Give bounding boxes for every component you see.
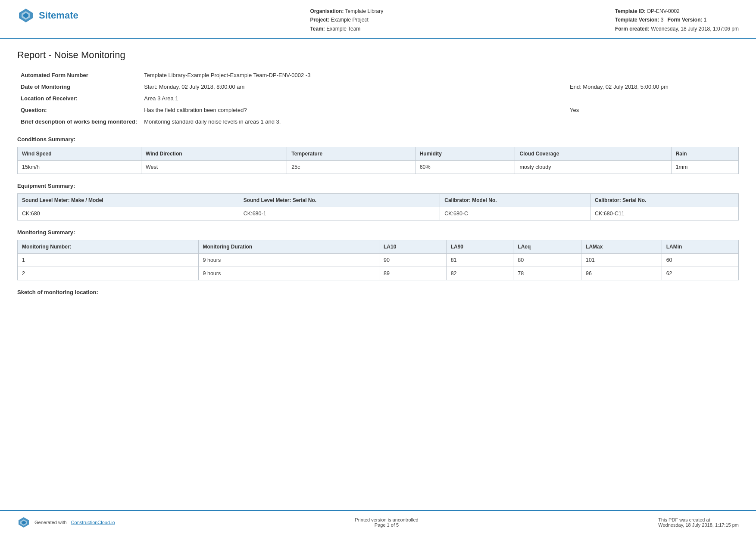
header-right: Template ID: DP-ENV-0002 Template Versio… [615, 7, 739, 33]
table-row: 29 hours8982789662 [18, 267, 739, 280]
conditions-th-2: Temperature [287, 147, 415, 161]
equipment-th-2: Calibrator: Model No. [440, 194, 590, 207]
conditions-th-1: Wind Direction [141, 147, 287, 161]
table-row: 15km/hWest25c60%mosty cloudy1mm [18, 161, 739, 174]
date-monitoring-end: End: Monday, 02 July 2018, 5:00:00 pm [566, 81, 739, 93]
info-table: Automated Form Number Template Library-E… [17, 69, 739, 127]
sketch-title: Sketch of monitoring location: [17, 289, 739, 295]
form-version-label: Form Version: [668, 17, 703, 23]
main-content: Report - Noise Monitoring Automated Form… [0, 39, 756, 343]
monitoring-title: Monitoring Summary: [17, 229, 739, 236]
equipment-header-row: Sound Level Meter: Make / Model Sound Le… [18, 194, 739, 207]
question-value: Has the field calibration been completed… [141, 104, 313, 116]
equipment-th-0: Sound Level Meter: Make / Model [18, 194, 239, 207]
location-value: Area 3 Area 1 [141, 93, 739, 104]
template-id-value: DP-ENV-0002 [647, 8, 679, 14]
monitoring-th-5: LAMax [581, 240, 662, 254]
conditions-table: Wind Speed Wind Direction Temperature Hu… [17, 147, 739, 174]
monitoring-th-4: LAeq [513, 240, 581, 254]
monitoring-table: Monitoring Number: Monitoring Duration L… [17, 240, 739, 280]
sitemate-logo-icon [17, 7, 34, 24]
monitoring-th-2: LA10 [379, 240, 447, 254]
template-version-label: Template Version: [615, 17, 659, 23]
conditions-header-row: Wind Speed Wind Direction Temperature Hu… [18, 147, 739, 161]
team-label: Team: [310, 26, 325, 32]
question-label: Question: [17, 104, 141, 116]
team-value: Example Team [326, 26, 360, 32]
org-label: Organisation: [310, 8, 344, 14]
equipment-th-3: Calibrator: Serial No. [590, 194, 739, 207]
brief-desc-row: Brief description of works being monitor… [17, 116, 739, 127]
brief-desc-value: Monitoring standard daily noise levels i… [141, 116, 739, 127]
monitoring-th-3: LA90 [446, 240, 513, 254]
template-version-value: 3 [661, 17, 664, 23]
conditions-th-4: Cloud Coverage [515, 147, 671, 161]
conditions-title: Conditions Summary: [17, 136, 739, 143]
conditions-th-3: Humidity [415, 147, 515, 161]
form-version-value: 1 [704, 17, 707, 23]
date-monitoring-row: Date of Monitoring Start: Monday, 02 Jul… [17, 81, 739, 93]
question-row: Question: Has the field calibration been… [17, 104, 739, 116]
monitoring-th-1: Monitoring Duration [198, 240, 379, 254]
date-monitoring-label: Date of Monitoring [17, 81, 141, 93]
page-header: Sitemate Organisation: Template Library … [0, 0, 756, 39]
monitoring-th-0: Monitoring Number: [18, 240, 199, 254]
project-label: Project: [310, 17, 329, 23]
template-id-label: Template ID: [615, 8, 646, 14]
conditions-th-5: Rain [671, 147, 738, 161]
automated-form-row: Automated Form Number Template Library-E… [17, 69, 739, 81]
monitoring-header-row: Monitoring Number: Monitoring Duration L… [18, 240, 739, 254]
equipment-th-1: Sound Level Meter: Serial No. [239, 194, 440, 207]
header-center: Organisation: Template Library Project: … [310, 7, 383, 33]
logo-text: Sitemate [39, 10, 78, 21]
table-row: 19 hours90818010160 [18, 254, 739, 267]
conditions-th-0: Wind Speed [18, 147, 141, 161]
form-created-label: Form created: [615, 26, 650, 32]
table-row: CK:680CK:680-1CK:680-CCK:680-C11 [18, 207, 739, 220]
location-row: Location of Receiver: Area 3 Area 1 [17, 93, 739, 104]
question-answer: Yes [566, 104, 739, 116]
report-title: Report - Noise Monitoring [17, 50, 739, 61]
automated-form-label: Automated Form Number [17, 69, 141, 81]
org-value: Template Library [345, 8, 384, 14]
project-value: Example Project [331, 17, 368, 23]
logo-area: Sitemate [17, 7, 78, 24]
automated-form-value: Template Library-Example Project-Example… [141, 69, 739, 81]
monitoring-th-6: LAMin [662, 240, 738, 254]
equipment-title: Equipment Summary: [17, 183, 739, 189]
brief-desc-label: Brief description of works being monitor… [17, 116, 141, 127]
date-monitoring-start: Start: Monday, 02 July 2018, 8:00:00 am [141, 81, 313, 93]
form-created-value: Wednesday, 18 July 2018, 1:07:06 pm [651, 26, 739, 32]
equipment-table: Sound Level Meter: Make / Model Sound Le… [17, 193, 739, 220]
location-label: Location of Receiver: [17, 93, 141, 104]
